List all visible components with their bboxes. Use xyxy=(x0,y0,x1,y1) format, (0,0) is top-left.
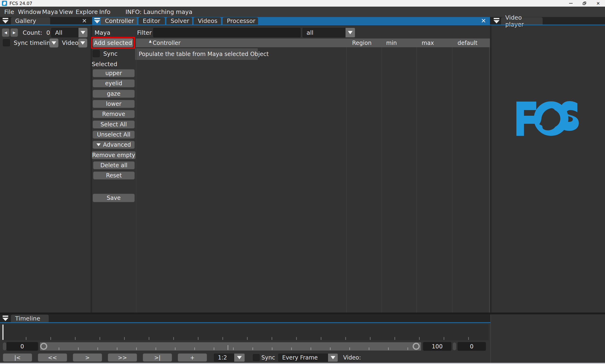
step-ratio-value: 1:2 xyxy=(218,354,227,361)
videoplayer-filter-funnel-icon[interactable] xyxy=(493,18,500,24)
timeline-separator[interactable] xyxy=(0,312,605,314)
step-back-button[interactable]: << xyxy=(38,353,67,362)
eyelid-button[interactable]: eyelid xyxy=(93,79,135,87)
current-frame-box[interactable]: 0 xyxy=(458,342,486,351)
prev-icon: ◀ xyxy=(4,30,7,35)
gaze-button[interactable]: gaze xyxy=(93,90,135,98)
remove-empty-button[interactable]: Remove empty xyxy=(92,151,136,159)
gallery-range-value: All xyxy=(55,29,62,36)
tab-processor-label: Processor xyxy=(227,17,255,24)
tab-videos[interactable]: Videos xyxy=(194,17,221,25)
gallery-filter-funnel-icon[interactable] xyxy=(2,18,9,24)
gallery-next-button[interactable]: ▶ xyxy=(10,28,18,37)
select-all-button[interactable]: Select All xyxy=(93,120,135,129)
menu-maya[interactable]: Maya xyxy=(42,7,58,17)
tab-controller-label: Controller xyxy=(105,17,134,24)
chevron-down-icon xyxy=(80,31,85,34)
main-filter-funnel-icon[interactable] xyxy=(94,18,100,24)
sync-timeline-label: Sync timeline xyxy=(14,39,54,47)
next-icon: ▶ xyxy=(13,30,16,35)
menu-window[interactable]: Window xyxy=(18,7,41,17)
tab-video-player[interactable]: Video player xyxy=(501,17,543,25)
playback-mode-dropdown-button[interactable] xyxy=(328,354,338,362)
sync-timeline-dropdown-button[interactable] xyxy=(49,39,58,48)
range-slider-right-handle[interactable] xyxy=(413,343,420,350)
minimize-button[interactable] xyxy=(565,0,576,7)
column-header-max[interactable]: max xyxy=(421,39,434,47)
advanced-label: Advanced xyxy=(103,142,131,148)
chevron-down-icon xyxy=(331,356,335,359)
tab-controller[interactable]: Controller xyxy=(101,17,137,25)
filter-scope-value: all xyxy=(306,29,313,36)
save-button[interactable]: Save xyxy=(93,194,135,202)
window-title: FCS 24.07 xyxy=(10,0,32,7)
timeline-sync-checkbox[interactable] xyxy=(253,354,260,361)
play-button[interactable]: > xyxy=(73,353,102,362)
delete-all-button[interactable]: Delete all xyxy=(93,161,135,169)
range-start-box[interactable]: 0 xyxy=(6,342,38,351)
divider-gallery-main[interactable] xyxy=(91,25,92,312)
step-forward-button[interactable]: >> xyxy=(108,353,137,362)
tab-videos-label: Videos xyxy=(198,17,217,24)
menu-explore[interactable]: Explore xyxy=(76,7,98,17)
reset-button[interactable]: Reset xyxy=(93,171,135,180)
menu-file[interactable]: File xyxy=(4,7,14,17)
tooltip: Populate the table from Maya selected Ob… xyxy=(135,48,258,60)
step-ratio-combobox[interactable]: 1:2 xyxy=(214,354,234,362)
table-grid-line xyxy=(452,47,453,312)
sync-checkbox[interactable] xyxy=(93,50,100,57)
main-close-button[interactable]: ✕ xyxy=(480,17,487,24)
advanced-button[interactable]: Advanced xyxy=(93,141,135,149)
tab-gallery[interactable]: Gallery xyxy=(11,17,50,25)
table-right-edge xyxy=(489,47,490,312)
column-header-region[interactable]: Region xyxy=(352,39,371,47)
range-slider-groove[interactable] xyxy=(40,342,421,351)
go-to-end-button[interactable]: >| xyxy=(143,353,172,362)
timeline-right-divider xyxy=(490,314,491,363)
filter-scope-combobox[interactable]: all xyxy=(302,28,345,37)
column-header-default[interactable]: default xyxy=(458,39,477,47)
column-header-controller[interactable]: Controller xyxy=(153,39,181,47)
restore-button[interactable] xyxy=(579,0,590,7)
remove-button[interactable]: Remove xyxy=(93,110,135,118)
app-icon xyxy=(2,1,7,6)
menu-info[interactable]: Info xyxy=(99,7,110,17)
column-header-min[interactable]: min xyxy=(386,39,397,47)
range-end-box[interactable]: 100 xyxy=(423,342,451,351)
sync-label: Sync xyxy=(103,50,118,58)
timeline-track[interactable] xyxy=(2,324,488,340)
timeline-accent-line xyxy=(0,322,490,323)
step-ratio-dropdown-button[interactable] xyxy=(234,354,245,362)
tab-processor[interactable]: Processor xyxy=(223,17,258,25)
go-to-start-button[interactable]: |< xyxy=(3,353,32,362)
upper-button[interactable]: upper xyxy=(93,69,135,77)
filter-input[interactable] xyxy=(153,28,301,37)
tab-timeline-label: Timeline xyxy=(15,315,40,322)
filter-scope-dropdown-button[interactable] xyxy=(345,28,355,37)
tab-solver[interactable]: Solver xyxy=(166,17,192,25)
divider-main-video[interactable] xyxy=(490,25,492,312)
sync-timeline-checkbox[interactable] xyxy=(3,39,10,46)
add-selected-button[interactable]: Add selected xyxy=(93,38,133,47)
gallery-close-button[interactable]: ✕ xyxy=(81,17,88,24)
timeline-filter-funnel-icon[interactable] xyxy=(2,316,9,321)
playhead[interactable] xyxy=(2,325,3,340)
unselect-all-button[interactable]: Unselect All xyxy=(93,131,135,139)
bottom-window-edge xyxy=(0,363,605,364)
tab-editor[interactable]: Editor xyxy=(138,17,165,25)
menu-view[interactable]: View xyxy=(59,7,73,17)
range-splitter-handle[interactable] xyxy=(3,342,6,350)
add-key-button[interactable]: + xyxy=(178,353,207,362)
gallery-range-dropdown-button[interactable] xyxy=(79,28,87,37)
lower-button[interactable]: lower xyxy=(93,100,135,108)
close-window-button[interactable]: ✕ xyxy=(593,0,604,7)
gallery-range-combobox[interactable]: All xyxy=(51,28,79,37)
range-slider-left-handle[interactable] xyxy=(40,343,47,350)
gallery-video-dropdown-button[interactable] xyxy=(78,39,87,48)
filter-label: Filter xyxy=(137,28,152,37)
tab-solver-label: Solver xyxy=(171,17,189,24)
tab-timeline[interactable]: Timeline xyxy=(11,315,49,322)
gallery-prev-button[interactable]: ◀ xyxy=(2,28,10,37)
playback-mode-combobox[interactable]: Every Frame xyxy=(278,354,328,362)
range-splitter-handle[interactable] xyxy=(453,342,456,350)
